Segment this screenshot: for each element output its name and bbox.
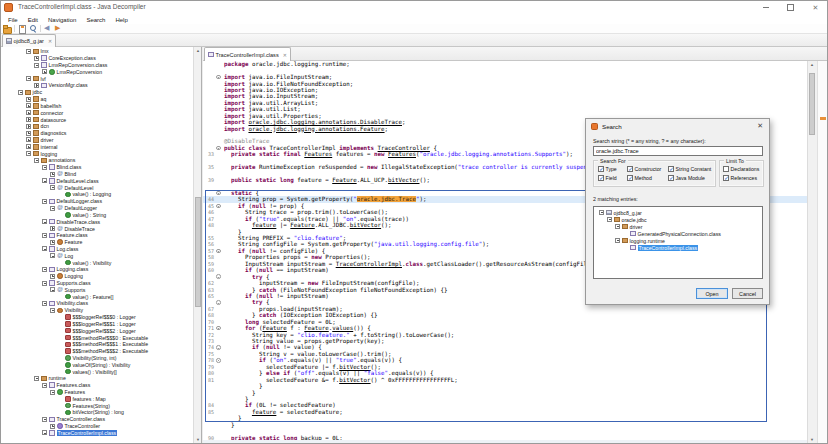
tree-row[interactable]: TraceControllerImpl.class [0, 430, 193, 437]
tree-row[interactable]: $$$loggerRef$$$1 : Logger [0, 321, 193, 328]
result-row[interactable]: logging.runtime [594, 237, 762, 244]
tree-row[interactable]: DisableTrace [0, 225, 193, 232]
checkbox-icon[interactable] [723, 166, 729, 172]
forward-icon[interactable] [55, 25, 63, 33]
checkbox-java-module[interactable]: Java Module [668, 175, 711, 181]
expand-icon[interactable] [26, 124, 31, 129]
tree-scrollbar-thumb[interactable] [195, 197, 201, 307]
collapse-icon[interactable] [42, 233, 47, 238]
expand-icon[interactable] [50, 240, 55, 245]
scroll-up-icon[interactable]: ▲ [808, 61, 816, 69]
collapse-icon[interactable] [42, 178, 47, 183]
tree-row[interactable]: LmxRepConversion.class [0, 62, 193, 69]
tree-row[interactable]: value() : Visibility [0, 259, 193, 266]
tree-row[interactable]: value() : String [0, 212, 193, 219]
tree-row[interactable]: lvf [0, 75, 193, 82]
tree-row[interactable]: Log [0, 252, 193, 259]
result-row[interactable]: ojdbc8_g.jar [594, 209, 762, 216]
tab-close-icon[interactable]: ✕ [48, 38, 52, 44]
tree-row[interactable]: value() : Feature[] [0, 293, 193, 300]
tree-row[interactable]: connector [0, 109, 193, 116]
tree-row[interactable]: diagnostics [0, 130, 193, 137]
result-row[interactable]: TraceControllerImpl.class [594, 244, 762, 251]
tree-row[interactable]: Feature.class [0, 232, 193, 239]
menu-navigation[interactable]: Navigation [43, 17, 81, 23]
expand-icon[interactable] [26, 103, 31, 108]
collapse-icon[interactable] [42, 301, 47, 306]
tree-row[interactable]: CoreException.class [0, 55, 193, 62]
close-button[interactable]: ✕ [803, 0, 828, 15]
expand-icon[interactable] [26, 131, 31, 136]
fold-icon[interactable] [216, 146, 221, 151]
search-string-input[interactable] [593, 146, 763, 156]
search-match-marker[interactable] [820, 117, 826, 120]
collapse-icon[interactable] [42, 199, 47, 204]
collapse-icon[interactable] [42, 281, 47, 286]
tree-row[interactable]: valueOf(String) : Visibility [0, 361, 193, 368]
fold-icon[interactable] [216, 358, 221, 363]
code-scrollbar-thumb[interactable] [809, 73, 815, 135]
checkbox-declarations[interactable]: Declarations [723, 166, 759, 172]
expand-icon[interactable] [34, 83, 39, 88]
checkbox-icon[interactable] [723, 175, 729, 181]
collapse-icon[interactable] [18, 90, 23, 95]
checkbox-icon[interactable] [668, 175, 674, 181]
expand-icon[interactable] [50, 172, 55, 177]
checkbox-field[interactable]: Field [598, 175, 627, 181]
collapse-icon[interactable] [26, 76, 31, 81]
tree-row[interactable]: Visibility.class [0, 300, 193, 307]
collapse-icon[interactable] [42, 383, 47, 388]
result-row[interactable]: GeneratedPhysicalConnection.class [594, 230, 762, 237]
tree-row[interactable]: logging [0, 150, 193, 157]
tree-row[interactable]: annotations [0, 157, 193, 164]
checkbox-references[interactable]: References [723, 175, 759, 181]
collapse-icon[interactable] [26, 151, 31, 156]
checkbox-icon[interactable] [598, 175, 604, 181]
expand-icon[interactable] [34, 56, 39, 61]
result-row[interactable]: driver [594, 223, 762, 230]
collapse-icon[interactable] [615, 224, 620, 229]
checkbox-string-constant[interactable]: String Constant [668, 166, 711, 172]
checkbox-icon[interactable] [598, 166, 604, 172]
collapse-icon[interactable] [50, 287, 55, 292]
tree-row[interactable]: Logging [0, 273, 193, 280]
code-scrollbar[interactable]: ▲ ▼ [807, 61, 817, 444]
collapse-icon[interactable] [42, 165, 47, 170]
tree-row[interactable]: $$$methodRef$$$1 : Executable [0, 341, 193, 348]
scroll-down-icon[interactable]: ▼ [808, 436, 816, 444]
fold-icon[interactable] [216, 274, 221, 279]
tree-row[interactable]: Visibility(String, int) [0, 355, 193, 362]
tree-row[interactable]: $$$loggerRef$$$0 : Logger [0, 314, 193, 321]
tree-row[interactable]: bitVector(String) : long [0, 409, 193, 416]
tree-row[interactable]: DisableTrace.class [0, 218, 193, 225]
tree-row[interactable]: LmxRepConversion [0, 68, 193, 75]
tree-row[interactable]: DefaultLevel.class [0, 177, 193, 184]
result-row[interactable]: oracle.jdbc [594, 216, 762, 223]
tree-row[interactable]: features : Map [0, 395, 193, 402]
tree-row[interactable]: Features [0, 389, 193, 396]
expand-icon[interactable] [26, 97, 31, 102]
collapse-icon[interactable] [42, 246, 47, 251]
fold-icon[interactable] [216, 204, 221, 209]
expand-icon[interactable] [42, 69, 47, 74]
expand-icon[interactable] [50, 274, 55, 279]
tree-row[interactable]: driver [0, 137, 193, 144]
fold-icon[interactable] [216, 326, 221, 331]
expand-icon[interactable] [26, 117, 31, 122]
tree-row[interactable]: $$$loggerRef$$$2 : Logger [0, 327, 193, 334]
open-file-icon[interactable] [3, 25, 11, 33]
tree-row[interactable]: Features(String) [0, 402, 193, 409]
tab-jar[interactable]: ojdbc8_g.jar ✕ [2, 34, 56, 47]
checkbox-constructor[interactable]: Constructor [627, 166, 668, 172]
expand-icon[interactable] [50, 424, 55, 429]
tree-row[interactable]: $$$methodRef$$$2 : Executable [0, 348, 193, 355]
dialog-close-icon[interactable]: ✕ [757, 122, 763, 130]
tree-row[interactable]: dcn [0, 123, 193, 130]
tab-close-icon[interactable]: ✕ [283, 52, 287, 58]
collapse-icon[interactable] [50, 390, 55, 395]
tree-row[interactable]: Feature [0, 239, 193, 246]
tree-row[interactable]: Blind.class [0, 164, 193, 171]
collapse-icon[interactable] [615, 238, 620, 243]
menu-file[interactable]: File [3, 17, 23, 23]
checkbox-icon[interactable] [668, 166, 674, 172]
